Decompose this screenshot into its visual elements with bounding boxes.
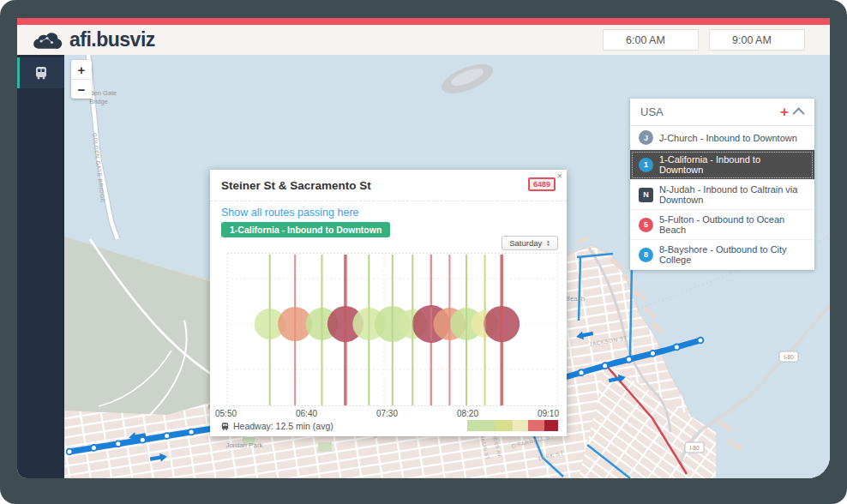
headway-summary: Headway: 12.5 min (avg): [220, 421, 333, 431]
sidebar: [17, 55, 64, 478]
routes-panel: USA + JJ-Church - Inbound to Downtown11-…: [630, 99, 814, 270]
stop-popup-title: Steiner St & Sacramento St: [221, 179, 371, 192]
bus-stop-marker[interactable]: [91, 445, 97, 451]
headway-legend: [467, 420, 558, 431]
map-label: Jordan Park: [225, 441, 263, 449]
svg-text:I-80: I-80: [784, 354, 794, 360]
popup-divider: [210, 201, 567, 201]
selected-route-pill[interactable]: 1-California - Inbound to Downtown: [221, 222, 390, 237]
bus-stop-marker[interactable]: [189, 429, 195, 435]
accent-bar: [17, 18, 830, 25]
app-header: afi.busviz 6:00 AM 9:00 AM: [17, 25, 830, 55]
highway-shield: I-80: [685, 442, 704, 453]
svg-text:I-80: I-80: [689, 445, 700, 451]
app-window: afi.busviz 6:00 AM 9:00 AM +: [0, 0, 847, 504]
time-to-input[interactable]: 9:00 AM: [709, 29, 805, 51]
map-zoom-control: + −: [71, 60, 92, 99]
bus-stop-marker[interactable]: [674, 345, 680, 351]
x-axis-tick: 07:30: [376, 409, 398, 418]
bus-stop-marker[interactable]: [650, 351, 656, 357]
bus-stop-marker[interactable]: [602, 363, 608, 369]
headway-chart: [210, 253, 566, 407]
routes-panel-title: USA: [640, 105, 780, 118]
route-label: 1-California - Inbound to Downtown: [659, 154, 806, 175]
map-label: Bridge: [89, 98, 108, 105]
route-badge: 8: [639, 248, 653, 262]
bus-stop-marker[interactable]: [115, 441, 121, 447]
route-list-item[interactable]: 88-Bayshore - Outbound to City College: [630, 240, 814, 270]
bus-stop-marker[interactable]: [698, 338, 704, 344]
legend-segment: [528, 420, 544, 431]
day-select-value: Saturday: [509, 238, 542, 248]
bus-stop-marker[interactable]: [626, 357, 632, 363]
bus-icon: [220, 422, 230, 431]
route-label: 8-Bayshore - Outbound to City College: [659, 244, 806, 265]
stop-id-badge: 6489: [528, 177, 556, 191]
route-badge: J: [639, 130, 653, 145]
cloud-logo-icon: [29, 27, 63, 51]
headway-label: Headway: 12.5 min (avg): [233, 421, 333, 431]
app-content: afi.busviz 6:00 AM 9:00 AM +: [17, 18, 830, 478]
x-axis-tick: 08:20: [457, 409, 478, 418]
zoom-out-button[interactable]: −: [71, 80, 92, 99]
route-badge: 1: [639, 158, 653, 172]
x-axis-tick: 06:40: [296, 409, 317, 418]
main-area: + −: [17, 55, 830, 478]
time-from-input[interactable]: 6:00 AM: [603, 29, 699, 51]
bus-stop-marker[interactable]: [140, 437, 146, 443]
zoom-in-button[interactable]: +: [71, 60, 92, 80]
sidebar-item-bus[interactable]: [17, 57, 64, 88]
route-label: N-Judah - Inbound to Caltrain via Downto…: [659, 184, 806, 205]
show-all-routes-link[interactable]: Show all routes passing here: [221, 207, 359, 219]
route-badge: N: [639, 188, 653, 202]
chevron-up-icon[interactable]: [793, 107, 805, 119]
legend-segment: [496, 420, 513, 431]
bus-icon: [33, 65, 49, 81]
day-select[interactable]: Saturday ▲▼: [502, 236, 558, 250]
x-axis: 05:5006:4007:3008:2009:10: [210, 409, 567, 418]
route-list: JJ-Church - Inbound to Downtown11-Califo…: [630, 126, 814, 270]
route-label: J-Church - Inbound to Downtown: [659, 133, 797, 143]
route-badge: 5: [639, 218, 653, 232]
highway-shield: I-80: [779, 351, 798, 362]
route-list-item[interactable]: NN-Judah - Inbound to Caltrain via Downt…: [630, 180, 814, 210]
x-axis-tick: 09:10: [538, 409, 559, 418]
legend-segment: [467, 420, 496, 431]
stop-popup: Steiner St & Sacramento St 6489 × Show a…: [210, 170, 567, 436]
bus-stop-marker[interactable]: [164, 433, 170, 439]
legend-segment: [544, 420, 558, 431]
routes-panel-header: USA +: [630, 99, 814, 126]
app-title: afi.busviz: [69, 28, 155, 51]
route-list-item[interactable]: JJ-Church - Inbound to Downtown: [630, 126, 814, 150]
legend-segment: [513, 420, 528, 431]
bus-stop-marker[interactable]: [67, 449, 73, 455]
x-axis-tick: 05:50: [215, 409, 237, 418]
bus-stop-marker[interactable]: [579, 369, 585, 375]
route-list-item[interactable]: 11-California - Inbound to Downtown: [630, 150, 814, 180]
app-logo: afi.busviz: [29, 27, 155, 51]
close-icon[interactable]: ×: [557, 171, 562, 181]
route-label: 5-Fulton - Outbound to Ocean Beach: [659, 214, 806, 235]
add-route-button[interactable]: +: [780, 107, 789, 117]
select-arrows-icon: ▲▼: [546, 240, 550, 246]
route-list-item[interactable]: 55-Fulton - Outbound to Ocean Beach: [630, 210, 814, 240]
